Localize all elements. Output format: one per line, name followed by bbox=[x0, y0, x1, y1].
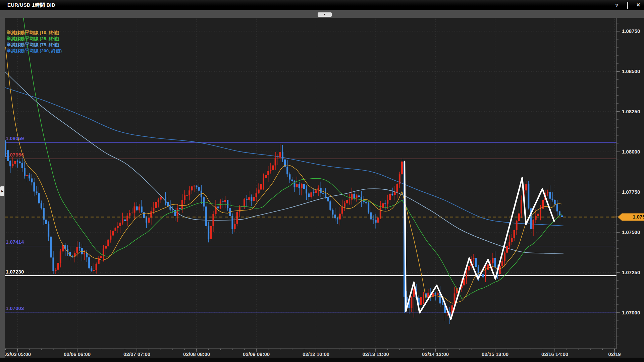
candle-body bbox=[282, 152, 283, 160]
candle-body bbox=[110, 236, 111, 240]
candle-body bbox=[60, 251, 61, 263]
candle-body bbox=[313, 192, 315, 193]
candle-body bbox=[540, 209, 541, 214]
candle-body bbox=[322, 193, 324, 194]
x-axis-label: 02/03 05:00 bbox=[4, 351, 31, 357]
legend-sma-10: 単純移動平均線 (10, 終値) bbox=[7, 30, 62, 36]
candle-body bbox=[244, 199, 245, 206]
candle-body bbox=[246, 199, 248, 200]
candle-body bbox=[559, 212, 560, 216]
candle-body bbox=[368, 203, 369, 213]
candle-body bbox=[158, 199, 159, 202]
maximize-button[interactable] bbox=[625, 2, 631, 8]
candle-body bbox=[26, 175, 28, 176]
candle-body bbox=[186, 195, 188, 196]
candle-body bbox=[275, 158, 276, 165]
candle-body bbox=[332, 210, 333, 215]
candle-body bbox=[325, 194, 326, 197]
candle-body bbox=[356, 195, 358, 198]
chart-canvas[interactable]: 1.080591.079561.074141.072301.0700302/03… bbox=[0, 0, 644, 362]
candle-body bbox=[86, 253, 88, 257]
candle-body bbox=[267, 171, 269, 175]
candle-body bbox=[494, 258, 496, 267]
candle-body bbox=[9, 161, 11, 167]
window-title: EUR/USD 1時間 BID bbox=[0, 2, 55, 8]
x-axis-label: 02/13 11:00 bbox=[362, 351, 389, 357]
candle-body bbox=[222, 201, 224, 202]
candle-body bbox=[549, 192, 551, 199]
candle-body bbox=[306, 189, 307, 193]
candle-body bbox=[177, 208, 178, 217]
price-line-label: 1.07230 bbox=[6, 269, 24, 275]
candle-body bbox=[148, 218, 150, 223]
candle-body bbox=[119, 223, 121, 226]
candle-body bbox=[294, 181, 296, 187]
candle-body bbox=[112, 231, 114, 236]
candle-body bbox=[365, 202, 367, 203]
candle-body bbox=[150, 212, 152, 218]
candle-body bbox=[396, 184, 398, 192]
candle-body bbox=[552, 199, 553, 200]
candle-body bbox=[52, 257, 54, 271]
candle-body bbox=[391, 194, 393, 195]
candle-body bbox=[208, 226, 209, 239]
y-axis-label: 1.08750 bbox=[622, 28, 640, 34]
candle-body bbox=[341, 207, 343, 214]
candle-body bbox=[5, 142, 6, 150]
candle-body bbox=[265, 175, 267, 178]
candle-body bbox=[205, 206, 207, 226]
collapse-toolbar-button[interactable]: ▼ bbox=[318, 12, 332, 17]
close-button[interactable]: ✕ bbox=[635, 2, 641, 8]
candle-body bbox=[289, 174, 290, 179]
candle-body bbox=[508, 242, 510, 246]
candle-body bbox=[96, 264, 97, 270]
legend-sma-75: 単純移動平均線 (75, 終値) bbox=[7, 42, 62, 48]
candle-body bbox=[511, 238, 513, 242]
candle-body bbox=[272, 166, 274, 170]
chevron-down-icon: ▼ bbox=[323, 13, 326, 16]
candle-body bbox=[401, 162, 403, 174]
candle-body bbox=[528, 184, 529, 208]
candle-body bbox=[475, 258, 477, 267]
candle-body bbox=[131, 213, 133, 213]
candle-body bbox=[196, 186, 198, 187]
y-axis-label: 1.07250 bbox=[622, 269, 640, 275]
candle-body bbox=[351, 194, 353, 200]
candle-body bbox=[169, 206, 171, 209]
candle-body bbox=[227, 200, 228, 208]
candle-body bbox=[181, 200, 183, 209]
candle-body bbox=[21, 163, 23, 168]
candle-body bbox=[413, 289, 415, 297]
candle-body bbox=[220, 201, 221, 208]
candle-body bbox=[153, 208, 154, 212]
candle-body bbox=[105, 246, 107, 249]
candle-body bbox=[43, 208, 45, 220]
ma-legend: 単純移動平均線 (10, 終値) 単純移動平均線 (25, 終値) 単純移動平均… bbox=[7, 30, 62, 54]
candle-body bbox=[344, 203, 345, 207]
candle-body bbox=[107, 240, 109, 246]
candle-body bbox=[310, 192, 312, 197]
candle-body bbox=[165, 197, 166, 202]
candle-body bbox=[525, 184, 527, 190]
candle-body bbox=[473, 258, 475, 259]
candle-body bbox=[248, 197, 250, 200]
legend-sma-200: 単純移動平均線 (200, 終値) bbox=[7, 48, 62, 54]
candle-body bbox=[45, 220, 47, 224]
current-price-value: 1.07595 bbox=[633, 214, 644, 220]
y-axis-label: 1.07500 bbox=[622, 229, 640, 235]
candle-body bbox=[291, 180, 293, 181]
help-button[interactable]: ? bbox=[614, 2, 620, 8]
candle-body bbox=[499, 266, 501, 274]
candle-body bbox=[482, 274, 484, 277]
candle-body bbox=[88, 257, 90, 268]
x-axis-label: 02/19 bbox=[608, 351, 621, 357]
expand-panel-button[interactable]: ▶ bbox=[0, 186, 4, 196]
candle-body bbox=[354, 194, 355, 198]
candle-body bbox=[337, 218, 338, 219]
candle-body bbox=[162, 197, 164, 197]
candle-body bbox=[547, 192, 548, 193]
y-axis-label: 1.07750 bbox=[622, 189, 640, 195]
candle-body bbox=[533, 220, 534, 229]
title-bar[interactable]: EUR/USD 1時間 BID ? ✕ bbox=[0, 0, 644, 10]
x-axis-label: 02/08 08:00 bbox=[183, 351, 210, 357]
